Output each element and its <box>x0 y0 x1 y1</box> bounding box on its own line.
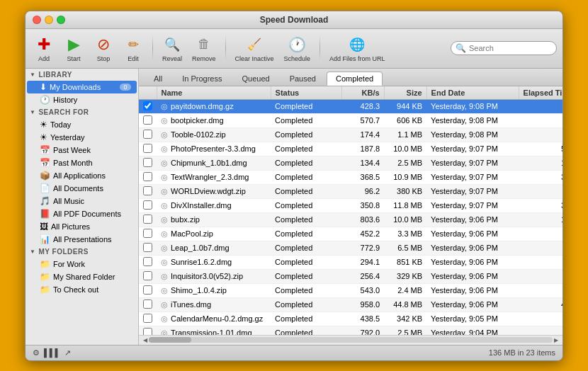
table-row[interactable]: ◎Inquisitor3.0(v52).zip Completed 256.4 … <box>139 269 562 283</box>
col-name[interactable]: Name <box>157 86 271 100</box>
sidebar-item-all-music[interactable]: 🎵 All Music <box>27 195 137 207</box>
tab-queued[interactable]: Queued <box>232 72 278 86</box>
maximize-button[interactable] <box>57 16 65 24</box>
row-checkbox[interactable] <box>143 115 152 125</box>
search-input[interactable] <box>469 44 552 52</box>
table-row[interactable]: ◎MacPool.zip Completed 452.2 3.3 MB Yest… <box>139 227 562 241</box>
table-row[interactable]: ◎bubx.zip Completed 803.6 10.0 MB Yester… <box>139 212 562 227</box>
sidebar-item-all-applications[interactable]: 📦 All Applications <box>27 169 137 182</box>
row-kbs: 958.0 <box>341 297 384 312</box>
row-status-icon: ◎ <box>161 201 168 210</box>
sidebar-item-for-work[interactable]: 📁 For Work <box>27 258 137 270</box>
row-checkbox[interactable] <box>143 314 152 323</box>
row-status: Completed <box>271 99 341 113</box>
row-checkbox[interactable] <box>143 186 152 195</box>
all-presentations-label: All Presentations <box>53 235 112 244</box>
sidebar-item-to-check[interactable]: 📁 To Check out <box>27 283 137 296</box>
minimize-button[interactable] <box>45 16 53 24</box>
sidebar-item-history[interactable]: 🕐 History <box>27 93 137 106</box>
sidebar-item-past-month[interactable]: 📅 Past Month <box>27 156 137 169</box>
table-row[interactable]: ◎Shimo_1.0.4.zip Completed 543.0 2.4 MB … <box>139 283 562 297</box>
all-apps-icon: 📦 <box>40 171 50 181</box>
table-row[interactable]: ◎Sunrise1.6.2.dmg Completed 294.1 851 KB… <box>139 255 562 269</box>
row-checkbox[interactable] <box>143 243 152 252</box>
table-row[interactable]: ◎PhotoPresenter-3.3.dmg Completed 187.8 … <box>139 142 562 156</box>
row-checkbox[interactable] <box>143 229 152 238</box>
tab-all[interactable]: All <box>145 72 171 86</box>
tab-completed[interactable]: Completed <box>327 72 383 86</box>
add-files-url-button[interactable]: 🌐 Add Files from URL <box>327 33 388 64</box>
edit-button[interactable]: ✏ Edit <box>120 33 146 64</box>
row-checkbox-cell <box>139 198 157 212</box>
sidebar-item-today[interactable]: ☀ Today <box>27 118 137 131</box>
scroll-left-arrow[interactable]: ◀ <box>142 337 149 343</box>
sidebar-item-past-week[interactable]: 📅 Past Week <box>27 144 137 156</box>
row-checkbox-cell <box>139 283 157 297</box>
sidebar-item-all-presentations[interactable]: 📊 All Presentations <box>27 233 137 246</box>
row-checkbox[interactable] <box>143 299 152 309</box>
scroll-right-arrow[interactable]: ▶ <box>553 337 560 343</box>
table-row[interactable]: ◎iTunes.dmg Completed 958.0 44.8 MB Yest… <box>139 297 562 312</box>
row-checkbox[interactable] <box>143 285 152 295</box>
row-checkbox[interactable] <box>143 172 152 181</box>
add-button[interactable]: ✚ Add <box>31 33 57 64</box>
stop-button[interactable]: ⊘ Stop <box>91 33 116 64</box>
row-checkbox[interactable] <box>143 271 152 280</box>
table-row[interactable]: ◎WORLDview.wdgt.zip Completed 96.2 380 K… <box>139 184 562 198</box>
sidebar-item-my-downloads[interactable]: ⬇ My Downloads 0 <box>27 81 137 93</box>
table-row[interactable]: ◎Tooble-0102.zip Completed 174.4 1.1 MB … <box>139 127 562 142</box>
gear-icon[interactable]: ⚙ <box>33 348 40 358</box>
row-checkbox[interactable] <box>143 257 152 266</box>
table-row[interactable]: ◎Leap_1.0b7.dmg Completed 772.9 6.5 MB Y… <box>139 241 562 255</box>
table-row[interactable]: ◎TextWrangler_2.3.dmg Completed 368.5 10… <box>139 170 562 184</box>
search-for-triangle: ▼ <box>30 109 35 115</box>
my-folders-section[interactable]: ▼ MY FOLDERS <box>26 246 138 258</box>
table-row[interactable]: ◎bootpicker.dmg Completed 570.7 606 KB Y… <box>139 113 562 127</box>
table-row[interactable]: ◎CalendarMenu-0.2.dmg.gz Completed 438.5… <box>139 312 562 326</box>
col-elapsed[interactable]: Elapsed Time <box>519 86 562 100</box>
search-for-section[interactable]: ▼ SEARCH FOR <box>26 106 138 118</box>
downloads-table-container[interactable]: Name Status KB/s Size End Date Elapsed T… <box>139 86 562 335</box>
scrollbar-thumb[interactable] <box>149 337 191 343</box>
sidebar-item-all-pdf[interactable]: 📕 All PDF Documents <box>27 207 137 220</box>
col-status[interactable]: Status <box>271 86 341 100</box>
start-button[interactable]: ▶ Start <box>61 33 86 64</box>
row-elapsed: 2s <box>519 255 562 269</box>
row-checkbox-cell <box>139 113 157 127</box>
row-checkbox[interactable] <box>143 215 152 224</box>
table-row[interactable]: ◎payitdown.dmg.gz Completed 428.3 944 KB… <box>139 99 562 113</box>
table-row[interactable]: ◎Transmission-1.01.dmg Completed 792.0 2… <box>139 326 562 335</box>
sidebar-item-all-documents[interactable]: 📄 All Documents <box>27 182 137 195</box>
row-size: 6.5 MB <box>384 241 426 255</box>
tab-in-progress[interactable]: In Progress <box>173 72 231 86</box>
signal-icon: ▌▌▌ <box>44 348 60 357</box>
sidebar-item-all-pictures[interactable]: 🖼 All Pictures <box>27 220 137 233</box>
row-kbs: 772.9 <box>341 241 384 255</box>
sidebar-item-shared-folder[interactable]: 📁 My Shared Folder <box>27 270 137 283</box>
close-button[interactable] <box>33 16 41 24</box>
history-icon: 🕐 <box>40 95 50 105</box>
horizontal-scrollbar[interactable]: ◀ ▶ <box>139 335 562 345</box>
schedule-button[interactable]: 🕐 Schedule <box>281 33 314 64</box>
row-checkbox[interactable] <box>143 200 152 210</box>
col-size[interactable]: Size <box>384 86 426 100</box>
row-elapsed: 7s <box>519 227 562 241</box>
reveal-button[interactable]: 🔍 Reveal <box>159 33 185 64</box>
sidebar-item-yesterday[interactable]: ☀ Yesterday <box>27 131 137 144</box>
col-date[interactable]: End Date <box>426 86 519 100</box>
schedule-icon: 🕐 <box>287 35 307 55</box>
export-icon[interactable]: ↗ <box>64 348 71 358</box>
scrollbar-track[interactable] <box>149 337 553 343</box>
row-checkbox[interactable] <box>143 158 152 167</box>
row-checkbox[interactable] <box>143 328 152 335</box>
row-checkbox[interactable] <box>143 144 152 153</box>
row-checkbox[interactable] <box>143 130 152 139</box>
row-checkbox[interactable] <box>143 101 152 110</box>
table-row[interactable]: ◎DivXInstaller.dmg Completed 350.8 11.8 … <box>139 198 562 212</box>
table-row[interactable]: ◎Chipmunk_1.0b1.dmg Completed 134.4 2.5 … <box>139 156 562 170</box>
tab-paused[interactable]: Paused <box>281 72 325 86</box>
clear-inactive-button[interactable]: 🧹 Clear Inactive <box>232 33 277 64</box>
remove-button[interactable]: 🗑 Remove <box>189 33 219 64</box>
library-section[interactable]: ▼ LIBRARY <box>26 69 138 81</box>
col-kbs[interactable]: KB/s <box>341 86 384 100</box>
